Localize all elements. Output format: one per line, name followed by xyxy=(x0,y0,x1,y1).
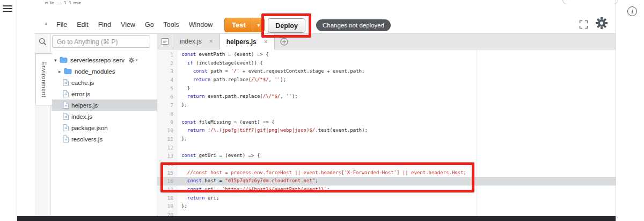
menu-item-file[interactable]: File xyxy=(52,21,72,28)
tree-item-label: node_modules xyxy=(75,68,115,75)
line-number: 6 xyxy=(157,92,178,101)
menu-item-go[interactable]: Go xyxy=(140,21,159,28)
screenshot-frame-left xyxy=(17,0,17,221)
svg-text:‹›: ‹› xyxy=(64,92,67,96)
annotation-box-deploy xyxy=(261,13,311,38)
menu-bar: FileEditFindViewGoToolsWindow xyxy=(52,17,217,32)
clipped-search-box xyxy=(562,0,618,4)
goto-anything-input[interactable] xyxy=(52,35,150,48)
menu-item-edit[interactable]: Edit xyxy=(72,21,93,28)
folder-icon xyxy=(64,68,72,75)
code-line-10[interactable]: 10 return !/\.(jpe?g|tiff?|gif|png|webp|… xyxy=(157,126,616,135)
environment-tab[interactable]: Environment xyxy=(35,53,52,105)
line-number: 1 xyxy=(157,51,178,59)
code-line-8[interactable]: 8 xyxy=(157,110,616,118)
tree-item-label: package.json xyxy=(71,125,108,131)
tree-item-error.js[interactable]: ‹›error.js xyxy=(52,88,157,99)
code-text: const eventPath = (event) => { xyxy=(178,51,269,59)
code-text: return event.path.replace(/\/*$/, ''); xyxy=(178,92,298,101)
svg-text:‹›: ‹› xyxy=(64,115,67,119)
line-number: 8 xyxy=(157,110,178,118)
js-file-icon: ‹› xyxy=(63,136,69,142)
menu-item-view[interactable]: View xyxy=(116,21,140,28)
disclosure-open-icon[interactable]: ▾ xyxy=(54,58,60,63)
tree-item-serverlessrepo-serv[interactable]: ▾serverlessrepo-serv▾ xyxy=(52,54,157,66)
environment-tab-label: Environment xyxy=(41,61,47,97)
tab-label: index.js xyxy=(180,38,202,45)
code-line-4[interactable]: 4 return path.replace(/\/*$/, ''); xyxy=(157,76,616,84)
code-line-6[interactable]: 6 return event.path.replace(/\/*$/, ''); xyxy=(157,92,616,101)
code-line-7[interactable]: 7}; xyxy=(157,101,616,110)
code-line-12[interactable]: 12 xyxy=(157,144,616,152)
code-line-5[interactable]: 5 } xyxy=(157,84,616,93)
menu-item-tools[interactable]: Tools xyxy=(159,21,184,28)
tree-item-helpers.js[interactable]: ‹›helpers.js xyxy=(52,99,157,111)
disclosure-closed-icon[interactable]: ▸ xyxy=(58,69,64,74)
code-text: }; xyxy=(178,101,187,110)
js-file-icon: ‹› xyxy=(63,102,69,109)
tree-item-cache.js[interactable]: ‹›cache.js xyxy=(52,77,157,88)
code-line-9[interactable]: 9const fileMissing = (event) => { xyxy=(157,118,616,127)
line-number: 20 xyxy=(157,211,178,216)
code-text: const fileMissing = (event) => { xyxy=(178,118,274,127)
hamburger-menu-icon[interactable] xyxy=(3,5,12,13)
deploy-status-badge: Changes not deployed xyxy=(316,19,391,31)
code-text: const getUri = (event) => { xyxy=(178,152,260,160)
line-number: 13 xyxy=(157,152,178,160)
menu-item-find[interactable]: Find xyxy=(93,21,116,28)
code-text xyxy=(178,110,181,118)
line-number: 4 xyxy=(157,76,178,84)
code-text: }; xyxy=(178,135,187,144)
line-number: 9 xyxy=(157,118,178,127)
tree-item-label: error.js xyxy=(71,91,90,97)
settings-gear-icon[interactable] xyxy=(595,16,609,30)
tree-item-resolvers.js[interactable]: ‹›resolvers.js xyxy=(52,133,157,145)
line-number: 2 xyxy=(157,59,178,68)
code-text xyxy=(178,144,181,152)
close-icon[interactable]: × xyxy=(209,38,213,45)
code-line-20[interactable]: 20 xyxy=(157,211,616,216)
code-line-2[interactable]: 2 if (includeStage(event)) { xyxy=(157,59,616,68)
code-text: }; xyxy=(178,202,187,211)
tree-item-node_modules[interactable]: ▸node_modules xyxy=(52,66,157,77)
code-line-13[interactable]: 13const getUri = (event) => { xyxy=(157,152,616,160)
test-button[interactable]: Test ▾ xyxy=(224,18,265,32)
tree-item-label: helpers.js xyxy=(71,102,98,109)
menu-item-window[interactable]: Window xyxy=(184,21,217,28)
tab-list-icon[interactable] xyxy=(157,34,173,49)
tab-index.js[interactable]: index.js× xyxy=(173,34,220,49)
test-button-label: Test xyxy=(225,18,253,32)
file-tree: ▾serverlessrepo-serv▾▸node_modules‹›cach… xyxy=(52,54,157,145)
fullscreen-icon[interactable] xyxy=(579,20,588,31)
tree-item-index.js[interactable]: ‹›index.js xyxy=(52,111,157,122)
line-number: 7 xyxy=(157,101,178,110)
folder-icon xyxy=(60,56,68,63)
code-line-3[interactable]: 3 const path = '/' + event.requestContex… xyxy=(157,67,616,76)
clipped-toolbar-fragment: p.js — 1.1 ms xyxy=(45,0,81,4)
close-icon[interactable]: × xyxy=(264,38,268,46)
svg-text:‹›: ‹› xyxy=(64,126,67,130)
code-text: if (includeStage(event)) { xyxy=(178,59,263,68)
code-text: const path = '/' + event.requestContext.… xyxy=(178,67,364,76)
line-number: 18 xyxy=(157,194,178,203)
code-line-1[interactable]: 1const eventPath = (event) => { xyxy=(157,51,616,59)
tree-item-package.json[interactable]: ‹›package.json xyxy=(52,122,157,133)
js-file-icon: ‹› xyxy=(63,79,69,86)
tree-item-label: resolvers.js xyxy=(71,136,103,142)
menubar-collapse-icon[interactable]: ▲ xyxy=(44,21,48,26)
bottom-panel-edge xyxy=(17,216,616,221)
line-number: 19 xyxy=(157,202,178,211)
code-line-11[interactable]: 11}; xyxy=(157,135,616,144)
info-icon[interactable]: i xyxy=(627,6,637,16)
svg-text:‹›: ‹› xyxy=(64,138,67,141)
code-line-18[interactable]: 18 return uri; xyxy=(157,194,616,203)
search-icon[interactable] xyxy=(39,38,47,48)
annotation-box-code xyxy=(160,162,474,193)
line-number: 12 xyxy=(157,144,178,152)
line-number: 11 xyxy=(157,135,178,144)
code-line-19[interactable]: 19}; xyxy=(157,202,616,211)
code-text: return uri; xyxy=(178,194,219,203)
svg-text:‹›: ‹› xyxy=(64,104,67,108)
tab-label: helpers.js xyxy=(226,38,257,46)
project-settings-gear-icon[interactable]: ▾ xyxy=(128,57,138,63)
